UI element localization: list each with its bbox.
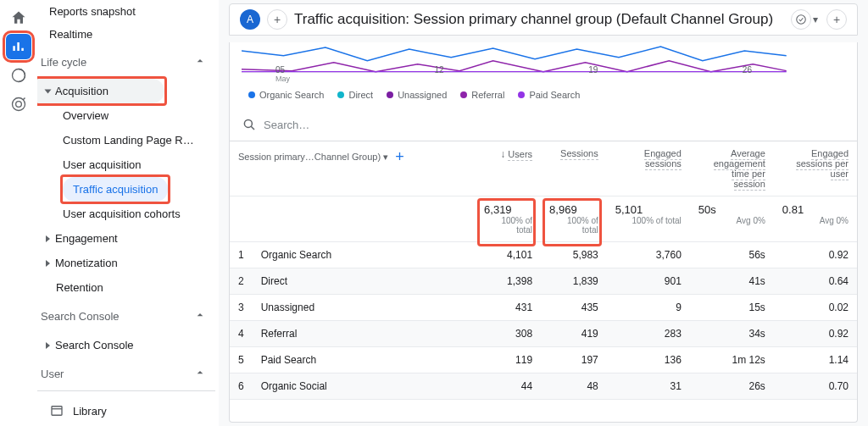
cell-sessions: 435 bbox=[541, 295, 607, 321]
legend-item[interactable]: Referral bbox=[460, 90, 504, 100]
add-card-button[interactable]: + bbox=[826, 9, 847, 30]
search-placeholder: Search… bbox=[264, 119, 309, 131]
explore-icon[interactable] bbox=[6, 63, 31, 88]
sidebar-item-reports-snapshot[interactable]: Reports snapshot bbox=[49, 0, 215, 23]
caret-right-icon bbox=[46, 260, 50, 267]
section-life-cycle[interactable]: Life cycle bbox=[37, 46, 215, 79]
row-dimension: Unassigned bbox=[253, 295, 476, 321]
chart-x-axis: 05May 12 19 26 bbox=[242, 65, 786, 83]
cell-engaged: 283 bbox=[607, 321, 690, 347]
total-avg: 50s bbox=[698, 203, 716, 216]
icon-rail bbox=[0, 0, 37, 426]
sidebar-item-monetization[interactable]: Monetization bbox=[37, 251, 215, 275]
section-search-console[interactable]: Search Console bbox=[37, 300, 215, 333]
chevron-up-icon bbox=[193, 54, 207, 70]
cell-sessions: 419 bbox=[541, 321, 607, 347]
legend-dot-icon bbox=[460, 91, 467, 98]
section-label: Life cycle bbox=[41, 56, 86, 69]
sort-desc-icon: ↓ bbox=[500, 148, 505, 160]
caret-right-icon bbox=[46, 235, 50, 242]
legend-item[interactable]: Direct bbox=[337, 90, 373, 100]
cell-sessions: 5,983 bbox=[541, 242, 607, 268]
cell-users: 308 bbox=[476, 321, 541, 347]
sidebar-item-realtime[interactable]: Realtime bbox=[49, 23, 215, 46]
cell-users: 1,398 bbox=[476, 268, 541, 295]
report-title: Traffic acquisition: Session primary cha… bbox=[294, 11, 784, 28]
total-sessions: 8,969 bbox=[549, 203, 577, 216]
report-header: A + Traffic acquisition: Session primary… bbox=[229, 3, 858, 36]
legend-item[interactable]: Unassigned bbox=[387, 90, 447, 100]
col-header-avg-time[interactable]: Average engagement time per session bbox=[690, 141, 774, 196]
acquisition-table: Session primary…Channel Group) ▾ + ↓ Use… bbox=[230, 141, 857, 422]
cell-eng-per: 1.14 bbox=[774, 347, 857, 373]
sidebar-item-custom-landing[interactable]: Custom Landing Page Rep… bbox=[37, 128, 215, 152]
table-row[interactable]: 1Organic Search4,1015,9833,76056s0.92 bbox=[230, 242, 857, 268]
search-icon bbox=[242, 117, 257, 132]
legend-dot-icon bbox=[337, 91, 344, 98]
table-row[interactable]: 6Organic Social44483126s0.70 bbox=[230, 373, 857, 400]
sidebar-item-search-console[interactable]: Search Console bbox=[37, 333, 215, 357]
table-row[interactable]: 2Direct1,3981,83990141s0.64 bbox=[230, 268, 857, 295]
row-index: 1 bbox=[230, 242, 253, 268]
reports-icon[interactable] bbox=[6, 34, 31, 59]
sidebar-item-overview[interactable]: Overview bbox=[37, 103, 215, 128]
cell-users: 44 bbox=[476, 373, 541, 400]
sidebar-item-user-acq-cohorts[interactable]: User acquisition cohorts bbox=[37, 202, 215, 226]
add-comparison-button[interactable]: + bbox=[267, 9, 287, 30]
dropdown-caret-icon[interactable]: ▾ bbox=[813, 14, 818, 25]
add-dimension-button[interactable]: + bbox=[395, 148, 404, 166]
col-header-eng-per-user[interactable]: Engaged sessions per user bbox=[774, 141, 857, 196]
legend-item[interactable]: Organic Search bbox=[248, 90, 324, 100]
cell-eng-per: 0.64 bbox=[774, 268, 857, 295]
sidebar-item-acquisition[interactable]: Acquisition bbox=[37, 79, 164, 103]
cell-eng-per: 0.70 bbox=[774, 373, 857, 400]
row-index: 6 bbox=[230, 373, 253, 400]
total-eng-per: 0.81 bbox=[782, 203, 804, 216]
table-row[interactable]: 5Paid Search1191971361m 12s1.14 bbox=[230, 347, 857, 373]
cell-sessions: 48 bbox=[541, 373, 607, 400]
plus-icon: + bbox=[833, 13, 840, 26]
svg-rect-3 bbox=[52, 407, 62, 416]
legend-dot-icon bbox=[387, 91, 393, 98]
col-header-users[interactable]: ↓ Users bbox=[476, 141, 541, 196]
row-dimension: Paid Search bbox=[253, 347, 476, 373]
total-users: 6,319 bbox=[484, 203, 512, 216]
row-index: 2 bbox=[230, 268, 253, 295]
sidebar-item-retention[interactable]: Retention bbox=[37, 275, 215, 300]
chevron-up-icon bbox=[193, 366, 207, 382]
col-header-engaged[interactable]: Engaged sessions bbox=[607, 141, 690, 196]
advertising-icon[interactable] bbox=[6, 91, 31, 117]
total-engaged: 5,101 bbox=[615, 203, 643, 216]
table-header-row: Session primary…Channel Group) ▾ + ↓ Use… bbox=[230, 141, 857, 196]
sidebar-item-traffic-acquisition[interactable]: Traffic acquisition bbox=[63, 177, 168, 202]
cell-avg: 41s bbox=[690, 268, 774, 295]
cell-avg: 56s bbox=[690, 242, 774, 268]
totals-row: 6,319100% of total 8,969100% of total 5,… bbox=[230, 196, 857, 242]
cell-engaged: 9 bbox=[607, 295, 690, 321]
sidebar-item-user-acquisition[interactable]: User acquisition bbox=[37, 152, 215, 177]
chart-legend: Organic Search Direct Unassigned Referra… bbox=[230, 86, 857, 108]
chevron-down-icon: ▾ bbox=[383, 152, 388, 162]
cell-engaged: 901 bbox=[607, 268, 690, 295]
cell-eng-per: 0.92 bbox=[774, 242, 857, 268]
chevron-up-icon bbox=[193, 308, 207, 324]
trend-chart[interactable]: 05May 12 19 26 bbox=[242, 44, 845, 83]
sidebar-item-label: Acquisition bbox=[55, 85, 108, 97]
account-chip[interactable]: A bbox=[240, 9, 260, 30]
table-row[interactable]: 3Unassigned431435915s0.02 bbox=[230, 295, 857, 321]
dimension-picker[interactable]: Session primary…Channel Group) ▾ bbox=[238, 152, 388, 163]
library-button[interactable]: Library bbox=[37, 390, 215, 426]
table-search[interactable]: Search… bbox=[230, 108, 857, 141]
cell-users: 4,101 bbox=[476, 242, 541, 268]
table-row[interactable]: 4Referral30841928334s0.92 bbox=[230, 321, 857, 347]
cell-sessions: 1,839 bbox=[541, 268, 607, 295]
col-header-sessions[interactable]: Sessions bbox=[541, 141, 607, 196]
cell-users: 431 bbox=[476, 295, 541, 321]
home-icon[interactable] bbox=[6, 5, 31, 30]
customize-button[interactable] bbox=[791, 9, 811, 30]
cell-avg: 1m 12s bbox=[690, 347, 774, 373]
legend-item[interactable]: Paid Search bbox=[518, 90, 580, 100]
section-user[interactable]: User bbox=[37, 357, 215, 390]
sidebar-item-engagement[interactable]: Engagement bbox=[37, 226, 215, 251]
cell-users: 119 bbox=[476, 347, 541, 373]
